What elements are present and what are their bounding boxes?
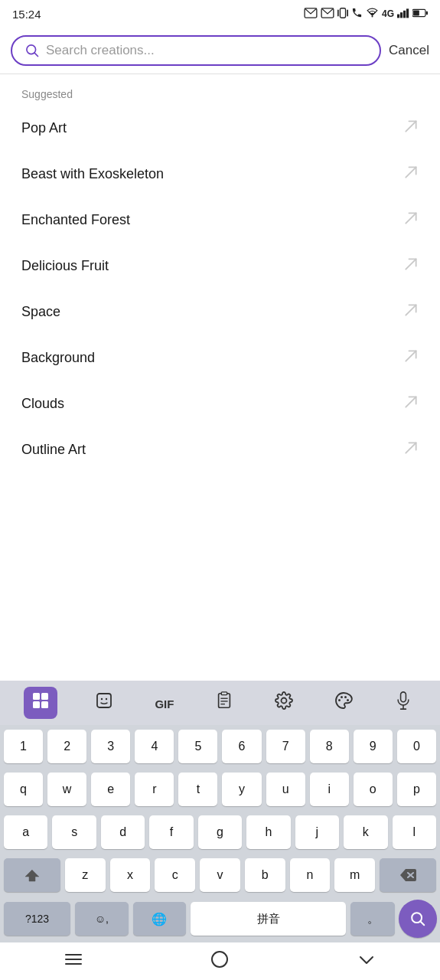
svg-point-38 (344, 696, 347, 698)
key-4[interactable]: 4 (135, 730, 174, 763)
svg-point-29 (106, 698, 107, 700)
key-p[interactable]: p (397, 773, 436, 806)
key-o[interactable]: o (354, 773, 393, 806)
home-circle-icon (210, 950, 229, 969)
svg-rect-8 (403, 10, 406, 18)
key-x[interactable]: x (110, 858, 151, 892)
nav-bar (0, 942, 440, 980)
microphone-button[interactable] (390, 688, 416, 717)
svg-rect-30 (219, 694, 230, 707)
key-1[interactable]: 1 (4, 730, 43, 763)
suggestion-item-7[interactable]: Outline Art (0, 426, 440, 472)
number-row: 1 2 3 4 5 6 7 8 9 0 (0, 725, 440, 768)
status-icons: 4G (304, 7, 428, 21)
svg-rect-40 (400, 692, 406, 702)
svg-line-19 (406, 305, 416, 315)
keyboard-toolbar: GIF (0, 681, 440, 725)
suggestion-text-7: Outline Art (21, 442, 86, 458)
key-r[interactable]: r (135, 773, 174, 806)
settings-button[interactable] (270, 688, 298, 717)
network-4g-icon: 4G (382, 8, 394, 19)
key-t[interactable]: t (178, 773, 217, 806)
key-7[interactable]: 7 (266, 730, 305, 763)
emoji-keyboard-icon (95, 691, 113, 710)
key-0[interactable]: 0 (397, 730, 436, 763)
key-f[interactable]: f (149, 815, 193, 849)
key-e[interactable]: e (91, 773, 130, 806)
nav-back-button[interactable] (357, 952, 376, 970)
search-keyboard-button[interactable] (399, 900, 437, 938)
backspace-key[interactable] (380, 858, 436, 892)
suggested-section: Suggested (0, 74, 440, 100)
suggestion-item-6[interactable]: Clouds (0, 381, 440, 426)
svg-point-5 (371, 15, 373, 17)
clipboard-button[interactable] (211, 688, 237, 717)
backspace-icon (399, 868, 417, 882)
svg-line-14 (34, 53, 38, 57)
key-y[interactable]: y (222, 773, 261, 806)
key-a[interactable]: a (4, 815, 47, 849)
nav-menu-button[interactable] (64, 952, 83, 970)
language-key[interactable]: 🌐 (133, 902, 187, 936)
grid-icon (31, 691, 50, 710)
svg-line-22 (406, 443, 416, 452)
key-k[interactable]: k (344, 815, 387, 849)
grid-toolbar-button[interactable] (24, 687, 57, 719)
svg-line-15 (406, 121, 416, 131)
key-h[interactable]: h (246, 815, 290, 849)
key-j[interactable]: j (295, 815, 339, 849)
svg-rect-7 (400, 12, 403, 18)
key-2[interactable]: 2 (47, 730, 86, 763)
key-z[interactable]: z (65, 858, 106, 892)
key-b[interactable]: b (245, 858, 285, 892)
nav-home-button[interactable] (210, 950, 229, 972)
svg-rect-24 (41, 693, 48, 700)
key-m[interactable]: m (334, 858, 375, 892)
arrow-icon-5 (403, 348, 419, 367)
suggestion-text-2: Enchanted Forest (21, 212, 130, 228)
gif-button[interactable]: GIF (150, 690, 178, 716)
key-3[interactable]: 3 (91, 730, 130, 763)
key-i[interactable]: i (310, 773, 349, 806)
hamburger-icon (64, 952, 83, 966)
emoji-keyboard-button[interactable] (90, 688, 118, 717)
suggestion-item-1[interactable]: Beast with Exoskeleton (0, 151, 440, 197)
suggestion-item-5[interactable]: Background (0, 335, 440, 381)
search-input-wrapper[interactable] (11, 35, 381, 66)
search-keyboard-icon (409, 910, 426, 927)
palette-button[interactable] (330, 688, 357, 717)
key-9[interactable]: 9 (354, 730, 393, 763)
svg-point-28 (101, 698, 103, 700)
key-q[interactable]: q (4, 773, 43, 806)
key-n[interactable]: n (290, 858, 331, 892)
gear-icon (275, 691, 293, 710)
key-5[interactable]: 5 (178, 730, 217, 763)
key-d[interactable]: d (101, 815, 145, 849)
emoji-key[interactable]: ☺, (75, 902, 129, 936)
suggestion-item-3[interactable]: Delicious Fruit (0, 243, 440, 289)
svg-line-20 (406, 351, 416, 361)
cancel-button[interactable]: Cancel (389, 40, 429, 61)
key-v[interactable]: v (200, 858, 240, 892)
shift-key[interactable] (4, 858, 60, 892)
key-s[interactable]: s (52, 815, 96, 849)
key-g[interactable]: g (198, 815, 242, 849)
search-input[interactable] (46, 43, 367, 58)
svg-rect-25 (33, 701, 40, 708)
suggestion-item-4[interactable]: Space (0, 289, 440, 335)
period-key[interactable]: 。 (350, 902, 395, 936)
suggestion-item-2[interactable]: Enchanted Forest (0, 197, 440, 243)
suggestion-item-0[interactable]: Pop Art (0, 105, 440, 151)
svg-rect-27 (97, 694, 111, 707)
email-icon-2 (321, 8, 334, 21)
key-8[interactable]: 8 (310, 730, 349, 763)
key-l[interactable]: l (393, 815, 436, 849)
key-w[interactable]: w (47, 773, 86, 806)
symbols-key[interactable]: ?123 (4, 902, 70, 936)
svg-rect-26 (41, 701, 48, 708)
bottom-row: ?123 ☺, 🌐 拼音 。 (0, 897, 440, 942)
key-6[interactable]: 6 (222, 730, 261, 763)
key-u[interactable]: u (266, 773, 305, 806)
key-c[interactable]: c (155, 858, 195, 892)
pinyin-key[interactable]: 拼音 (191, 902, 346, 936)
